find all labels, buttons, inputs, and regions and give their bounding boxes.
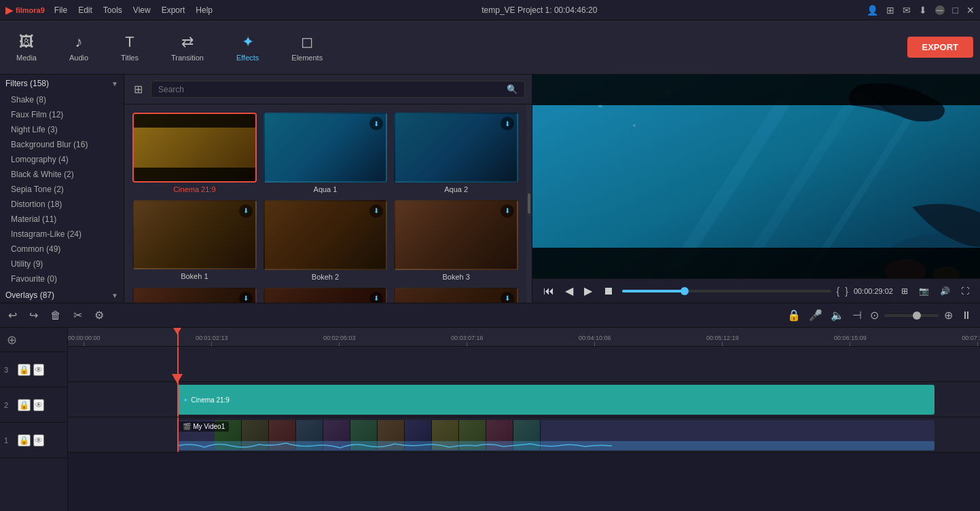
effect-item-r2[interactable]: ⬇ [264, 288, 388, 303]
toolbar-transition[interactable]: ⇄ Transition [162, 29, 213, 66]
download-icon-aqua2[interactable]: ⬇ [501, 117, 514, 130]
close-button[interactable]: ✕ [966, 5, 975, 16]
download-icon-bokeh2[interactable]: ⬇ [369, 204, 383, 218]
effect-thumb-bokeh3[interactable]: ⬇ [394, 200, 518, 270]
effect-item-r1[interactable]: ⬇ [132, 288, 257, 303]
track-1-lock[interactable]: 🔒 [18, 434, 31, 447]
grid-icon[interactable]: ⊞ [886, 5, 894, 16]
speed-button[interactable]: ⊙ [867, 307, 882, 323]
split-button[interactable]: ⊣ [850, 307, 865, 323]
search-input[interactable] [158, 85, 504, 94]
filters-group-header[interactable]: Filters (158) ▼ [0, 75, 124, 92]
sidebar-background-blur[interactable]: Background Blur (16) [0, 137, 124, 152]
volume-button[interactable]: 🔊 [937, 285, 953, 297]
sidebar-common[interactable]: Common (49) [0, 242, 124, 257]
zoom-track[interactable] [884, 314, 939, 317]
sidebar-lomography[interactable]: Lomography (4) [0, 152, 124, 167]
track-1-eye[interactable]: 👁 [33, 434, 44, 447]
step-back-button[interactable]: ◀ [562, 283, 576, 299]
sidebar-instagram-like[interactable]: Instagram-Like (24) [0, 227, 124, 242]
effect-thumb-r2[interactable]: ⬇ [264, 288, 388, 303]
track-2-lock[interactable]: 🔒 [18, 399, 31, 411]
effect-thumb-r1[interactable]: ⬇ [132, 288, 257, 303]
zoom-in-button[interactable]: ⊕ [941, 307, 956, 323]
effect-item-bokeh2[interactable]: ⬇ Bokeh 2 [264, 200, 388, 281]
toolbar-titles[interactable]: T Titles [111, 29, 148, 66]
menu-edit[interactable]: Edit [78, 5, 92, 15]
play-button[interactable]: ▶ [581, 283, 595, 299]
fullscreen-button[interactable]: ⛶ [958, 285, 972, 297]
download-icon-r3[interactable]: ⬇ [501, 292, 514, 303]
track-1-lane[interactable]: 🎬 My Video1 [68, 417, 980, 453]
delete-button[interactable]: 🗑 [48, 308, 64, 323]
redo-button[interactable]: ↪ [26, 307, 41, 323]
filters-collapse-icon[interactable]: ▼ [111, 80, 118, 88]
sidebar-faux-film[interactable]: Faux Film (12) [0, 107, 124, 122]
go-start-button[interactable]: ⏮ [541, 284, 557, 299]
toolbar-effects[interactable]: ✦ Effects [227, 29, 268, 66]
track-3-eye[interactable]: 👁 [33, 364, 44, 376]
effect-item-aqua1[interactable]: ⬇ Aqua 1 [264, 113, 388, 193]
sidebar-black-white[interactable]: Black & White (2) [0, 167, 124, 182]
effect-thumb-r3[interactable]: ⬇ [394, 288, 518, 303]
download-icon-bokeh3[interactable]: ⬇ [501, 204, 514, 218]
bracket-left[interactable]: { [837, 286, 840, 297]
overlays-group-header[interactable]: Overlays (87) ▼ [0, 286, 124, 303]
sidebar-favourite[interactable]: Favourite (0) [0, 271, 124, 286]
menu-export[interactable]: Export [162, 5, 185, 15]
effect-thumb-cinema21[interactable] [132, 113, 257, 183]
overlays-collapse-icon[interactable]: ▼ [111, 292, 118, 299]
menu-tools[interactable]: Tools [103, 5, 122, 15]
effects-scrollbar[interactable] [526, 105, 532, 303]
timeline-settings-button[interactable]: ⏸ [958, 308, 975, 323]
minimize-button[interactable]: ─ [935, 5, 945, 15]
ruler-label-7: 00:07:17:22 [962, 335, 980, 341]
sidebar-sepia-tone[interactable]: Sepia Tone (2) [0, 182, 124, 197]
toolbar-audio[interactable]: ♪ Audio [60, 29, 98, 66]
export-button[interactable]: EXPORT [907, 37, 973, 58]
audio-mix-button[interactable]: 🔈 [828, 307, 847, 323]
track-2-lane[interactable]: ✦ Cinema 21:9 [68, 382, 980, 417]
progress-bar[interactable] [622, 290, 831, 292]
bracket-right[interactable]: } [845, 286, 848, 297]
toolbar-elements[interactable]: ◻ Elements [282, 29, 332, 66]
account-icon[interactable]: 👤 [867, 5, 878, 16]
cut-button[interactable]: ✂ [71, 307, 85, 323]
track-3-lock[interactable]: 🔒 [18, 364, 31, 376]
effect-item-cinema21[interactable]: Cinema 21:9 [132, 113, 257, 193]
cinema-effect-clip[interactable]: ✦ Cinema 21:9 [177, 385, 934, 415]
download-icon[interactable]: ⬇ [919, 5, 927, 16]
preview-size-button[interactable]: ⊞ [899, 285, 911, 297]
maximize-button[interactable]: □ [953, 5, 958, 16]
menu-file[interactable]: File [54, 5, 67, 15]
grid-toggle-icon[interactable]: ⊞ [131, 80, 145, 98]
effect-item-bokeh3[interactable]: ⬇ Bokeh 3 [394, 200, 518, 281]
sidebar-material[interactable]: Material (11) [0, 212, 124, 227]
mail-icon[interactable]: ✉ [903, 5, 911, 16]
add-track-button[interactable]: ⊕ [5, 331, 18, 349]
mic-button[interactable]: 🎤 [806, 307, 825, 323]
track-3-lane[interactable] [68, 347, 980, 382]
download-icon-bokeh1[interactable]: ⬇ [239, 204, 253, 218]
stop-button[interactable]: ⏹ [600, 284, 617, 299]
sidebar-utility[interactable]: Utility (9) [0, 257, 124, 271]
effect-item-bokeh1[interactable]: ⬇ Bokeh 1 [132, 200, 257, 281]
effect-thumb-aqua2[interactable]: ⬇ [394, 113, 518, 183]
track-2-eye[interactable]: 👁 [33, 399, 44, 411]
sidebar-shake[interactable]: Shake (8) [0, 92, 124, 107]
toolbar-media[interactable]: 🖼 Media [7, 29, 46, 66]
audio-settings-button[interactable]: ⚙ [92, 307, 107, 323]
sidebar-distortion[interactable]: Distortion (18) [0, 197, 124, 212]
effect-thumb-bokeh2[interactable]: ⬇ [264, 200, 388, 270]
effect-item-r3[interactable]: ⬇ [394, 288, 518, 303]
effect-thumb-aqua1[interactable]: ⬇ [264, 113, 388, 183]
effect-item-aqua2[interactable]: ⬇ Aqua 2 [394, 113, 518, 193]
screenshot-button[interactable]: 📷 [916, 285, 932, 297]
download-icon-r1[interactable]: ⬇ [239, 292, 253, 303]
effect-thumb-bokeh1[interactable]: ⬇ [132, 200, 257, 270]
sidebar-night-life[interactable]: Night Life (3) [0, 122, 124, 137]
menu-view[interactable]: View [133, 5, 151, 15]
lock-button[interactable]: 🔒 [784, 307, 803, 323]
menu-help[interactable]: Help [196, 5, 213, 15]
undo-button[interactable]: ↩ [5, 307, 20, 323]
